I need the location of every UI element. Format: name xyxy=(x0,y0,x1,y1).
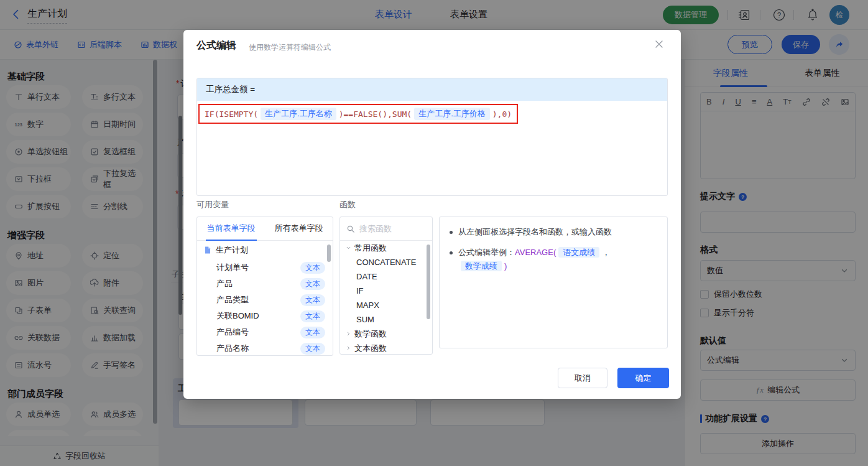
function-group-label: 文本函数 xyxy=(354,343,387,354)
field-type-badge: 文本 xyxy=(300,262,325,274)
field-type-badge: 文本 xyxy=(300,278,325,290)
function-group-label: 数学函数 xyxy=(354,329,387,340)
function-group[interactable]: 常用函数 xyxy=(340,241,432,255)
field-name: 产品名称 xyxy=(216,343,249,354)
bullet-icon xyxy=(450,231,453,234)
cancel-button[interactable]: 取消 xyxy=(558,368,607,388)
search-placeholder: 搜索函数 xyxy=(359,223,392,235)
field-type-badge: 文本 xyxy=(300,327,325,338)
function-item[interactable]: MAPX xyxy=(340,298,432,312)
chevron-down-icon xyxy=(345,245,352,251)
tab-all-form-fields[interactable]: 所有表单字段 xyxy=(265,217,333,240)
field-type-badge: 文本 xyxy=(300,310,325,322)
function-item[interactable]: DATE xyxy=(340,269,432,284)
formula-editor: 工序总金额 = IF(ISEMPTY(生产工序.工序名称)==FALSE(),S… xyxy=(196,78,668,196)
example-function: AVERAGE( xyxy=(515,248,556,257)
confirm-button[interactable]: 确定 xyxy=(617,368,669,388)
function-item[interactable]: SUM xyxy=(340,312,432,327)
function-group-label: 常用函数 xyxy=(354,243,387,254)
modal-subtitle: 使用数学运算符编辑公式 xyxy=(249,42,331,53)
field-name: 产品 xyxy=(216,278,233,289)
form-designer-app: 生产计划 表单设计 表单设置 数据管理 ? 检 表单外链后端脚本数据权 预览 保… xyxy=(0,0,868,466)
field-chip[interactable]: 生产工序.工序价格 xyxy=(414,108,490,120)
functions-scrollbar[interactable] xyxy=(427,245,430,319)
close-icon xyxy=(653,39,665,50)
variable-field-row[interactable]: 计划单号文本 xyxy=(197,259,333,276)
functions-label: 函数 xyxy=(339,199,356,210)
variables-tabs: 当前表单字段 所有表单字段 xyxy=(197,217,333,241)
field-chip[interactable]: 生产工序.工序名称 xyxy=(261,108,336,120)
tab-current-form-fields[interactable]: 当前表单字段 xyxy=(197,217,265,240)
variable-field-row[interactable]: 产品文本 xyxy=(197,276,333,292)
field-name: 关联BOMID xyxy=(216,310,259,322)
chevron-right-icon xyxy=(345,330,352,337)
variable-field-row[interactable]: 产品名称文本 xyxy=(197,340,333,356)
function-search[interactable]: 搜索函数 xyxy=(340,217,432,241)
example-field-chip: 数学成绩 xyxy=(461,261,502,271)
formula-target: 工序总金额 = xyxy=(197,78,667,101)
function-item[interactable]: CONCATENATE xyxy=(340,255,432,269)
field-type-badge: 文本 xyxy=(300,294,325,306)
variable-field-row[interactable]: 关联BOMID文本 xyxy=(197,308,333,324)
field-name: 产品编号 xyxy=(216,327,249,338)
field-type-badge: 文本 xyxy=(300,343,325,355)
search-icon xyxy=(346,225,355,233)
help-panel: 从左侧面板选择字段名和函数，或输入函数 公式编辑举例：AVERAGE(语文成绩，… xyxy=(439,217,668,348)
document-icon xyxy=(203,246,212,254)
bullet-icon xyxy=(450,251,453,254)
modal-title: 公式编辑 xyxy=(196,39,236,52)
formula-code: ),0) xyxy=(492,110,512,119)
functions-panel: 搜索函数 常用函数CONCATENATEDATEIFMAPXSUM数学函数文本函… xyxy=(339,217,433,355)
formula-expression[interactable]: IF(ISEMPTY(生产工序.工序名称)==FALSE(),SUM(生产工序.… xyxy=(198,104,518,124)
variable-field-row[interactable]: 产品类型文本 xyxy=(197,292,333,308)
variables-label: 可用变量 xyxy=(196,199,229,210)
chevron-right-icon xyxy=(345,345,352,352)
example-field-chip: 语文成绩 xyxy=(558,247,599,258)
field-name: 产品类型 xyxy=(216,294,249,305)
close-button[interactable] xyxy=(653,39,666,51)
formula-code: IF(ISEMPTY( xyxy=(205,110,258,119)
formula-code: )==FALSE(),SUM( xyxy=(339,110,412,119)
field-name: 计划单号 xyxy=(216,262,249,273)
function-item[interactable]: IF xyxy=(340,284,432,298)
function-group[interactable]: 文本函数 xyxy=(340,341,432,355)
variables-panel: 当前表单字段 所有表单字段 生产计划 计划单号文本产品文本产品类型文本关联BOM… xyxy=(196,217,333,356)
help-example: 公式编辑举例：AVERAGE(语文成绩，数学成绩) xyxy=(450,246,657,273)
form-tree-root[interactable]: 生产计划 xyxy=(197,241,333,259)
variables-scrollbar[interactable] xyxy=(327,245,331,262)
function-group[interactable]: 数学函数 xyxy=(340,327,432,341)
help-tip: 从左侧面板选择字段名和函数，或输入函数 xyxy=(450,225,657,239)
variable-field-row[interactable]: 产品编号文本 xyxy=(197,324,333,340)
formula-edit-modal: 公式编辑 使用数学运算符编辑公式 工序总金额 = IF(ISEMPTY(生产工序… xyxy=(183,30,681,399)
